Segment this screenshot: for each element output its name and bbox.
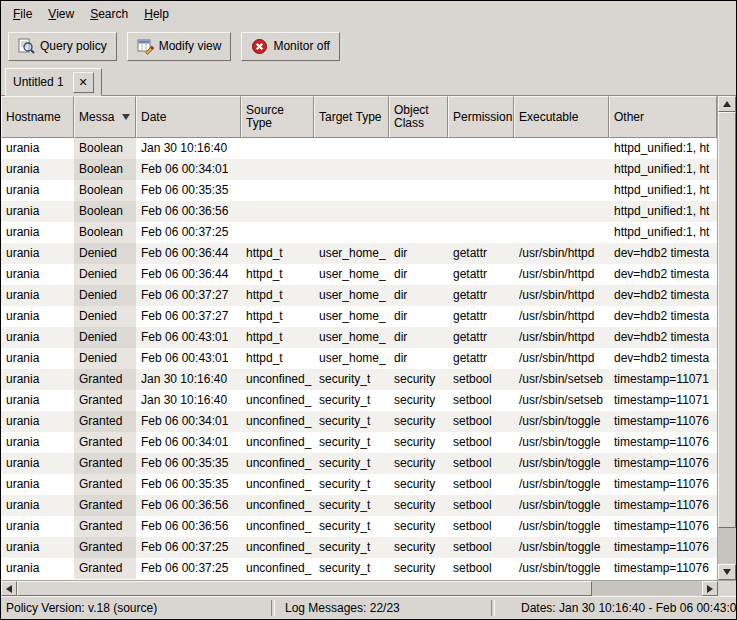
cell-executable: /usr/sbin/setseb: [514, 390, 609, 411]
cell-other: timestamp=11076: [609, 495, 717, 516]
tab-close-button[interactable]: ✕: [73, 72, 94, 93]
column-header-hostname[interactable]: Hostname: [1, 96, 74, 138]
scroll-down-button[interactable]: [718, 564, 736, 580]
cell-date: Jan 30 10:16:40: [136, 369, 241, 390]
cell-permission: setbool: [448, 453, 514, 474]
table-row[interactable]: uraniaGrantedJan 30 10:16:40unconfined_s…: [1, 369, 717, 390]
vertical-scroll-thumb[interactable]: [718, 112, 736, 528]
cell-target-type: user_home_: [314, 264, 389, 285]
menu-view[interactable]: View: [40, 3, 82, 25]
cell-message: Boolean: [74, 159, 136, 180]
table-row[interactable]: uraniaGrantedFeb 06 00:36:56unconfined_s…: [1, 495, 717, 516]
scroll-left-button[interactable]: [1, 581, 17, 596]
cell-hostname: urania: [1, 222, 74, 243]
cell-object-class: security: [389, 432, 448, 453]
cell-message: Denied: [74, 285, 136, 306]
cell-message: Granted: [74, 474, 136, 495]
cell-hostname: urania: [1, 285, 74, 306]
cell-date: Feb 06 00:36:44: [136, 243, 241, 264]
modify-view-button[interactable]: Modify view: [127, 32, 232, 61]
table-row[interactable]: uraniaGrantedFeb 06 00:36:56unconfined_s…: [1, 516, 717, 537]
menu-search[interactable]: Search: [82, 3, 136, 25]
column-header-other[interactable]: Other: [609, 96, 717, 138]
cell-hostname: urania: [1, 453, 74, 474]
cell-target-type: security_t: [314, 432, 389, 453]
table-row[interactable]: uraniaDeniedFeb 06 00:37:27httpd_tuser_h…: [1, 285, 717, 306]
table-row[interactable]: uraniaGrantedJan 30 10:16:40unconfined_s…: [1, 390, 717, 411]
table-row[interactable]: uraniaDeniedFeb 06 00:37:27httpd_tuser_h…: [1, 306, 717, 327]
table-row[interactable]: uraniaGrantedFeb 06 00:37:25unconfined_s…: [1, 558, 717, 579]
cell-permission: setbool: [448, 369, 514, 390]
column-header-target-type[interactable]: Target Type: [314, 96, 389, 138]
scroll-right-button[interactable]: [702, 581, 718, 596]
table-row[interactable]: uraniaBooleanFeb 06 00:34:01httpd_unifie…: [1, 159, 717, 180]
table-row[interactable]: uraniaBooleanFeb 06 00:36:56httpd_unifie…: [1, 201, 717, 222]
query-policy-button[interactable]: Query policy: [8, 32, 117, 61]
tab-untitled-1[interactable]: Untitled 1 ✕: [5, 68, 102, 96]
cell-object-class: dir: [389, 327, 448, 348]
column-header-object-class[interactable]: Object Class: [389, 96, 448, 138]
table-row[interactable]: uraniaBooleanFeb 06 00:37:25httpd_unifie…: [1, 222, 717, 243]
cell-date: Feb 06 00:37:25: [136, 558, 241, 579]
log-table: Hostname Messa Date Source Type Target T…: [1, 96, 717, 580]
vertical-scroll-track[interactable]: [718, 112, 736, 564]
table-row[interactable]: uraniaDeniedFeb 06 00:43:01httpd_tuser_h…: [1, 348, 717, 369]
horizontal-scroll-thumb[interactable]: [17, 581, 592, 596]
cell-other: timestamp=11076: [609, 432, 717, 453]
table-row[interactable]: uraniaGrantedFeb 06 00:37:25unconfined_s…: [1, 537, 717, 558]
cell-permission: setbool: [448, 432, 514, 453]
cell-executable: /usr/sbin/setseb: [514, 369, 609, 390]
cell-target-type: security_t: [314, 411, 389, 432]
cell-other: timestamp=11076: [609, 516, 717, 537]
cell-object-class: [389, 201, 448, 222]
table-row[interactable]: uraniaGrantedFeb 06 00:35:35unconfined_s…: [1, 453, 717, 474]
cell-date: Jan 30 10:16:40: [136, 138, 241, 159]
table-row[interactable]: uraniaBooleanJan 30 10:16:40httpd_unifie…: [1, 138, 717, 159]
cell-hostname: urania: [1, 390, 74, 411]
monitor-off-button[interactable]: Monitor off: [241, 32, 339, 61]
cell-target-type: [314, 201, 389, 222]
table-row[interactable]: uraniaBooleanFeb 06 00:35:35httpd_unifie…: [1, 180, 717, 201]
cell-source-type: unconfined_: [241, 411, 314, 432]
vertical-scrollbar[interactable]: [717, 96, 736, 580]
column-header-date[interactable]: Date: [136, 96, 241, 138]
scroll-up-button[interactable]: [718, 96, 736, 112]
menu-help[interactable]: Help: [136, 3, 177, 25]
cell-target-type: security_t: [314, 495, 389, 516]
cell-target-type: security_t: [314, 537, 389, 558]
table-row[interactable]: uraniaGrantedFeb 06 00:34:01unconfined_s…: [1, 432, 717, 453]
table-row[interactable]: uraniaDeniedFeb 06 00:43:01httpd_tuser_h…: [1, 327, 717, 348]
cell-target-type: [314, 138, 389, 159]
column-header-source-type[interactable]: Source Type: [241, 96, 314, 138]
cell-message: Granted: [74, 537, 136, 558]
horizontal-scrollbar[interactable]: [1, 580, 718, 596]
column-header-executable[interactable]: Executable: [514, 96, 609, 138]
table-row[interactable]: uraniaDeniedFeb 06 00:36:44httpd_tuser_h…: [1, 243, 717, 264]
cell-other: timestamp=11076: [609, 453, 717, 474]
cell-permission: setbool: [448, 558, 514, 579]
table-row[interactable]: uraniaGrantedFeb 06 00:34:01unconfined_s…: [1, 411, 717, 432]
cell-source-type: [241, 222, 314, 243]
horizontal-scrollbar-row: [1, 580, 736, 596]
cell-other: timestamp=11071: [609, 390, 717, 411]
table-row[interactable]: uraniaGrantedFeb 06 00:35:35unconfined_s…: [1, 474, 717, 495]
cell-source-type: httpd_t: [241, 348, 314, 369]
cell-date: Feb 06 00:34:01: [136, 432, 241, 453]
column-header-message[interactable]: Messa: [74, 96, 136, 138]
cell-other: timestamp=11071: [609, 369, 717, 390]
cell-message: Boolean: [74, 201, 136, 222]
cell-permission: getattr: [448, 306, 514, 327]
column-header-permission[interactable]: Permission: [448, 96, 514, 138]
cell-date: Feb 06 00:37:25: [136, 222, 241, 243]
cell-hostname: urania: [1, 201, 74, 222]
horizontal-scroll-track[interactable]: [17, 581, 702, 596]
cell-source-type: [241, 138, 314, 159]
menu-file[interactable]: File: [5, 3, 40, 25]
cell-target-type: security_t: [314, 390, 389, 411]
arrow-up-icon: [723, 101, 731, 107]
cell-permission: getattr: [448, 348, 514, 369]
cell-permission: setbool: [448, 390, 514, 411]
cell-target-type: [314, 159, 389, 180]
table-row[interactable]: uraniaDeniedFeb 06 00:36:44httpd_tuser_h…: [1, 264, 717, 285]
cell-permission: [448, 222, 514, 243]
